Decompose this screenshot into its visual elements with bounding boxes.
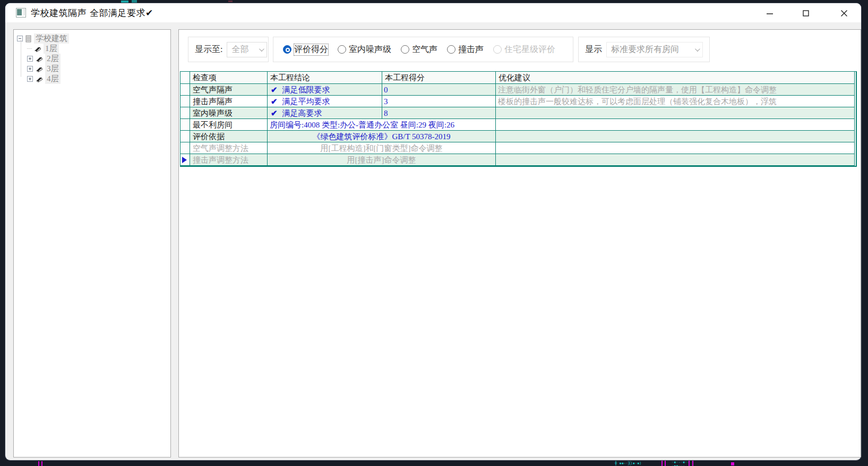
row-selector[interactable] [181, 142, 190, 154]
layer-icon [35, 55, 43, 62]
row-selector[interactable] [181, 131, 190, 142]
cad-line [689, 461, 690, 466]
radio-label: 撞击声 [458, 44, 484, 55]
maximize-button[interactable] [797, 6, 815, 20]
tree-guide [27, 48, 32, 49]
cad-box [731, 462, 734, 465]
cell-merged-value[interactable]: 用[工程构造]和[门窗类型]命令调整 [268, 142, 496, 154]
cell-check-item[interactable]: 空气声调整方法 [190, 142, 268, 154]
tree-node-floor[interactable]: 1层 [14, 44, 170, 54]
cell-check-item[interactable]: 评价依据 [190, 131, 268, 142]
tree-node-label: 4层 [45, 74, 61, 84]
radio-label: 空气声 [412, 44, 437, 55]
cell-conclusion[interactable]: ✔满足高要求 [268, 107, 382, 119]
display-to-select[interactable]: 全部 [227, 42, 267, 57]
check-icon: ✔ [271, 97, 278, 106]
tree-node-label: 1层 [44, 44, 59, 54]
display-label: 显示 [585, 44, 602, 55]
current-row-marker [182, 157, 187, 163]
cad-line [41, 461, 42, 466]
radio-label: 评价得分 [294, 44, 328, 55]
minimize-button[interactable] [761, 6, 779, 20]
display-to-value: 全部 [231, 44, 248, 55]
row-selector[interactable] [181, 84, 190, 96]
title-bar: 学校建筑隔声 全部满足要求✔ [5, 3, 861, 22]
tree-node-root[interactable]: 学校建筑 [14, 33, 170, 44]
cell-merged-value[interactable]: 房间编号:4008 类型:办公-普通办公室 昼间:29 夜间:26 [268, 119, 496, 131]
layer-icon [33, 45, 41, 52]
radio-score[interactable]: 评价得分 [283, 44, 328, 55]
building-icon [25, 35, 32, 43]
check-icon: ✔ [271, 86, 278, 94]
results-table: 检查项本工程结论本工程得分优化建议空气声隔声✔满足低限要求0注意临街外窗（户门）… [180, 71, 857, 167]
row-selector[interactable] [181, 119, 190, 131]
radio-unselected-icon[interactable] [401, 45, 409, 54]
radio-selected-icon[interactable] [283, 45, 291, 54]
room-filter-select[interactable]: 标准要求所有房间 [606, 42, 703, 57]
tree-expander-plus-icon[interactable] [27, 56, 33, 62]
tree-expander-plus-icon[interactable] [27, 66, 33, 72]
cell-score[interactable]: 0 [382, 84, 496, 96]
app-icon [16, 8, 26, 18]
cad-line [665, 461, 666, 466]
room-filter-value: 标准要求所有房间 [611, 44, 679, 55]
table-corner-cell [181, 72, 190, 84]
column-header-2: 本工程得分 [382, 72, 496, 84]
cad-line [661, 461, 663, 466]
cell-check-item[interactable]: 最不利房间 [190, 119, 268, 131]
radio-residential-star: 住宅星级评价 [493, 44, 555, 55]
radio-unselected-icon[interactable] [338, 45, 346, 54]
tree-expander-minus-icon[interactable] [17, 36, 23, 41]
cell-advice[interactable] [496, 142, 855, 154]
tree-node-floor[interactable]: 2层 [14, 54, 170, 64]
cell-advice[interactable]: 注意临街外窗（户门）和轻质住宅分户墙的隔声量，使用【工程构造】命令调整 [496, 84, 855, 96]
row-selector[interactable] [181, 96, 190, 107]
cad-text-fragment: ╫ ▪▪-◦╳(▪◦▪) [615, 462, 642, 465]
tree-node-label: 2层 [45, 54, 61, 64]
cell-conclusion[interactable]: ✔满足平均要求 [268, 96, 382, 107]
radio-label: 室内噪声级 [349, 44, 391, 55]
metric-radio-group: 评价得分室内噪声级空气声撞击声住宅星级评价 [273, 37, 573, 62]
cell-score[interactable]: 8 [382, 107, 496, 119]
cell-advice[interactable] [496, 107, 855, 119]
column-header-1: 本工程结论 [268, 72, 382, 84]
window-title: 学校建筑隔声 全部满足要求✔ [31, 7, 153, 19]
cad-text-fragment: ◦▪◦-◦▪◦◦◦▪▪◦◦◦ [672, 461, 690, 466]
radio-indoor-noise[interactable]: 室内噪声级 [338, 44, 391, 55]
check-icon: ✔ [271, 109, 278, 117]
chevron-down-icon [259, 46, 264, 52]
cell-merged-value[interactable]: 用[撞击声]命令调整 [268, 154, 496, 166]
radio-unselected-icon [493, 45, 502, 54]
tree-node-label: 学校建筑 [34, 33, 69, 44]
cell-check-item[interactable]: 空气声隔声 [190, 84, 268, 96]
close-button[interactable] [835, 6, 853, 20]
tree-guide [21, 40, 21, 77]
dialog-window: 学校建筑隔声 全部满足要求✔ 学校建筑1层2层3层4层 显示至: 全部 评价得分… [5, 3, 861, 460]
cell-check-item[interactable]: 撞击声调整方法 [190, 154, 268, 166]
cad-speck [121, 1, 128, 3]
cell-advice[interactable]: 楼板的撞击声一般较难达标，可以考虑面层处理（铺装强化复合木地板），浮筑 [496, 96, 855, 107]
tree-node-floor[interactable]: 4层 [14, 74, 170, 84]
radio-impact[interactable]: 撞击声 [447, 44, 484, 55]
cell-check-item[interactable]: 室内噪声级 [190, 107, 268, 119]
building-tree-panel: 学校建筑1层2层3层4层 [13, 29, 171, 457]
cell-advice[interactable] [496, 131, 855, 142]
column-header-0: 检查项 [190, 72, 268, 84]
tree-expander-plus-icon[interactable] [27, 76, 33, 82]
cell-check-item[interactable]: 撞击声隔声 [190, 96, 268, 107]
row-selector[interactable] [181, 107, 190, 119]
tree-node-floor[interactable]: 3层 [14, 64, 170, 74]
cell-score[interactable]: 3 [382, 96, 496, 107]
display-to-group: 显示至: 全部 [188, 37, 269, 62]
cad-speck [228, 1, 233, 2]
cell-advice[interactable] [496, 154, 855, 166]
radio-airborne[interactable]: 空气声 [401, 44, 437, 55]
radio-unselected-icon[interactable] [447, 45, 456, 54]
cell-conclusion[interactable]: ✔满足低限要求 [268, 84, 382, 96]
column-header-3: 优化建议 [496, 72, 855, 84]
layer-icon [35, 75, 43, 82]
radio-label: 住宅星级评价 [504, 44, 555, 55]
cell-advice[interactable] [496, 119, 855, 131]
cell-merged-value[interactable]: 《绿色建筑评价标准》GB/T 50378-2019 [268, 131, 496, 142]
row-selector[interactable] [181, 154, 190, 166]
